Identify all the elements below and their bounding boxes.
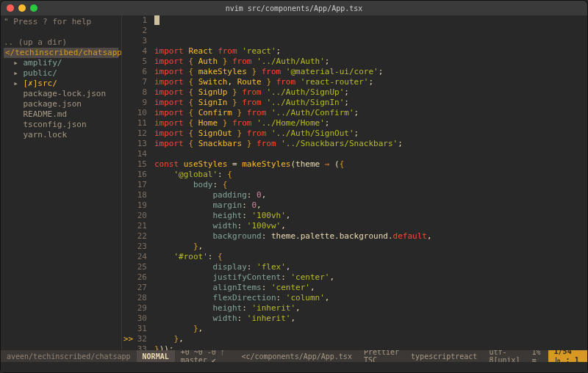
status-position: 1/54 ㏑ : 1 [548,350,587,362]
status-filetype: typescriptreact [405,350,483,362]
tree-item[interactable]: ▸ [✗]src/ [4,79,118,89]
line-number: 10 [122,108,147,118]
code-line[interactable]: alignItems: 'center', [154,283,587,293]
tree-item[interactable]: tsconfig.json [4,120,118,130]
code-line[interactable]: margin: 0, [154,200,587,211]
code-line[interactable]: display: 'flex', [154,262,587,272]
line-number: 23 [122,242,147,252]
file-tree[interactable]: " Press ? for help .. (up a dir) </techi… [1,15,122,350]
code-line[interactable]: import { SignOut } from '../Auth/SignOut… [154,128,587,139]
line-number: 3 [122,36,147,46]
code-line[interactable]: import { Home } from '../Home/Home'; [154,118,587,128]
status-cwd: aveen/techinscribed/chatsapp [1,350,137,362]
line-number: 1 [122,15,147,26]
vim-mode: NORMAL [137,350,175,362]
tree-root[interactable]: </techinscribed/chatsapp/ [4,48,118,58]
status-line: aveen/techinscribed/chatsapp NORMAL +0 ~… [1,350,587,362]
code-line[interactable]: import { SignIn } from '../Auth/SignIn'; [154,98,587,108]
line-number: 5 [122,57,147,67]
status-tools: Prettier TSC [358,350,405,362]
status-file: <c/components/App/App.tsx [235,350,358,362]
tree-item[interactable]: ▸ amplify/ [4,58,118,68]
code-line[interactable]: }, [154,334,587,344]
line-number: 21 [122,221,147,231]
line-number: 33 [122,344,147,350]
code-line[interactable]: }, [154,242,587,252]
code-line[interactable]: padding: 0, [154,190,587,200]
code-line[interactable]: height: '100vh', [154,211,587,221]
git-status: +0 ~0 -0 ᚠ master ✔ [175,350,236,362]
code-line[interactable]: import React from 'react'; [154,46,587,57]
line-number: 4 [122,46,147,57]
line-number: 8 [122,87,147,98]
cursor [154,15,159,25]
code-line[interactable]: import { SignUp } from '../Auth/SignUp'; [154,87,587,98]
line-number: 28 [122,293,147,303]
line-number: 17 [122,180,147,190]
code-line[interactable]: '#root': { [154,252,587,262]
code-line[interactable]: justifyContent: 'center', [154,272,587,283]
code-line[interactable]: import { Auth } from '../Auth/Auth'; [154,57,587,67]
line-number: 16 [122,170,147,180]
editor-main: " Press ? for help .. (up a dir) </techi… [1,15,587,350]
tree-item[interactable]: package.json [4,99,118,109]
line-number: 11 [122,118,147,128]
code-line[interactable]: width: '100vw', [154,221,587,231]
tree-item[interactable]: ▸ public/ [4,68,118,79]
help-hint: " Press ? for help [4,17,118,27]
code-line[interactable]: import { Confirm } from '../Auth/Confirm… [154,108,587,118]
code-line[interactable]: height: 'inherit', [154,303,587,314]
up-dir[interactable]: .. (up a dir) [4,37,118,48]
code-line[interactable]: import { Snackbars } from '../Snackbars/… [154,139,587,149]
line-number: 7 [122,77,147,87]
code-editor[interactable]: 1234567891011121314151617181920212223242… [122,15,587,350]
code-line[interactable]: '@global': { [154,170,587,180]
line-number: 25 [122,262,147,272]
code-line[interactable]: }, [154,324,587,334]
code-line[interactable]: width: 'inherit', [154,314,587,324]
command-line[interactable] [1,362,587,372]
line-number: 30 [122,314,147,324]
code-line[interactable]: })); [154,344,587,350]
terminal-window: nvim src/components/App/App.tsx " Press … [0,0,588,373]
line-number: 9 [122,98,147,108]
line-number: 13 [122,139,147,149]
line-number: 15 [122,159,147,170]
line-number: 20 [122,211,147,221]
line-number: 14 [122,149,147,159]
line-number: 31 [122,324,147,334]
line-number: 32 [122,334,147,344]
code-line[interactable]: import { makeStyles } from '@material-ui… [154,67,587,77]
titlebar[interactable]: nvim src/components/App/App.tsx [1,1,587,15]
line-number: 18 [122,190,147,200]
line-number: 27 [122,283,147,293]
line-number: 12 [122,128,147,139]
code-line[interactable] [154,149,587,159]
status-encoding: utf-8[unix] [483,350,526,362]
line-number: 2 [122,26,147,36]
line-number: 26 [122,272,147,283]
code-area[interactable]: import React from 'react';import { Auth … [151,15,587,350]
tree-item[interactable]: package-lock.json [4,89,118,99]
line-number: 22 [122,231,147,242]
tree-item[interactable]: README.md [4,109,118,120]
code-line[interactable]: background: theme.palette.background.def… [154,231,587,242]
line-number: 29 [122,303,147,314]
code-line[interactable]: const useStyles = makeStyles(theme ⇒ ({ [154,159,587,170]
line-number: 19 [122,200,147,211]
tree-item[interactable]: yarn.lock [4,130,118,140]
code-line[interactable]: import { Switch, Route } from 'react-rou… [154,77,587,87]
window-title: nvim src/components/App/App.tsx [1,4,587,12]
line-gutter: 1234567891011121314151617181920212223242… [122,15,151,350]
code-line[interactable]: body: { [154,180,587,190]
line-number: 6 [122,67,147,77]
status-percent: 1% ≡ [526,350,548,362]
code-line[interactable]: flexDirection: 'column', [154,293,587,303]
line-number: 24 [122,252,147,262]
